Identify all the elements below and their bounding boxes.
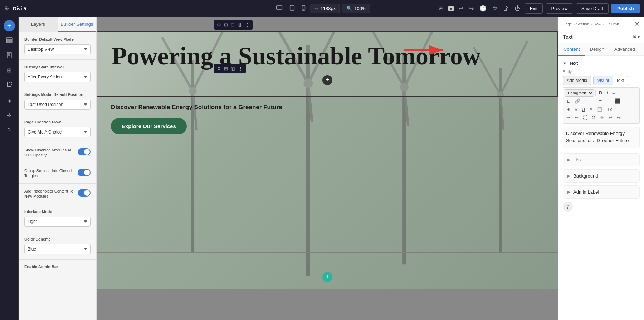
content-tab[interactable]: Content bbox=[558, 43, 585, 56]
align-center-btn[interactable]: ≡ bbox=[597, 97, 604, 105]
hero-section: Powering a Sustainable Tomorrow + Discov… bbox=[97, 31, 558, 289]
module-toolbar-inner: ⚙ ⊞ 🗑 ⋮ bbox=[214, 64, 246, 73]
modules-icon-btn[interactable]: ◈ bbox=[3, 94, 16, 107]
section-more-btn[interactable]: ⋮ bbox=[244, 21, 250, 28]
admin-label-collapsible-header[interactable]: ▶ Admin Label bbox=[563, 186, 639, 198]
tablet-view-btn[interactable] bbox=[288, 4, 297, 13]
align-left-btn[interactable]: ⬚ bbox=[589, 97, 596, 105]
strikethrough-btn[interactable]: S̶ bbox=[573, 106, 579, 113]
ol-btn[interactable]: 1. bbox=[565, 97, 572, 105]
group-settings-toggle[interactable] bbox=[78, 169, 91, 176]
more-tab-btn[interactable]: ⌄ bbox=[640, 43, 644, 55]
close-panel-btn[interactable]: ✕ bbox=[634, 20, 640, 28]
row-settings-btn[interactable]: ⚙ bbox=[216, 65, 222, 72]
history-interval-select[interactable]: After Every Action Every 5 Minutes bbox=[24, 72, 91, 82]
visual-text-toggle: Visual Text bbox=[593, 76, 628, 85]
link-collapsible-header[interactable]: ▶ Link bbox=[563, 154, 639, 166]
placeholder-content-toggle[interactable] bbox=[78, 189, 91, 197]
media-icon-btn[interactable]: 🖼 bbox=[3, 79, 16, 92]
gear-icon-btn[interactable]: ⚙ bbox=[4, 5, 9, 12]
section-delete-btn[interactable]: 🗑 bbox=[237, 21, 243, 28]
annotation-arrow bbox=[404, 43, 447, 59]
undo-editor-btn[interactable]: ↩ bbox=[607, 114, 614, 121]
add-media-btn[interactable]: Add Media bbox=[563, 76, 591, 85]
publish-button[interactable]: Publish bbox=[611, 4, 640, 13]
paragraph-select[interactable]: ParagraphH1H2H3 bbox=[565, 89, 594, 97]
link-btn[interactable]: 🔗 bbox=[573, 97, 582, 105]
grid-icon-btn[interactable]: ⊞ bbox=[3, 64, 16, 77]
section-settings-btn[interactable]: ⚙ bbox=[216, 21, 222, 28]
text-mode-btn[interactable]: Text bbox=[613, 76, 628, 85]
desktop-view-btn[interactable] bbox=[274, 4, 285, 13]
trash-btn[interactable]: 🗑 bbox=[502, 4, 510, 13]
bold-btn[interactable]: B bbox=[597, 89, 604, 97]
clear-btn[interactable]: Tx bbox=[605, 106, 614, 113]
help-btn[interactable]: ? bbox=[563, 202, 573, 212]
fullscreen-btn[interactable]: ⛶ bbox=[581, 114, 589, 121]
cursor-icon-btn[interactable]: ✛ bbox=[3, 109, 16, 122]
special-char-btn[interactable]: Ω bbox=[590, 114, 597, 121]
builder-settings-tab[interactable]: Builder Settings bbox=[58, 17, 97, 32]
disabled-modules-toggle[interactable] bbox=[78, 148, 91, 155]
quote-btn[interactable]: " bbox=[583, 97, 588, 105]
visual-mode-btn[interactable]: Visual bbox=[594, 76, 612, 85]
row-more-btn[interactable]: ⋮ bbox=[238, 65, 244, 72]
interface-mode-select[interactable]: Light Dark bbox=[24, 217, 91, 227]
settings-modal-select[interactable]: Last Used Position Center bbox=[24, 100, 91, 110]
add-section-btn[interactable]: + bbox=[322, 272, 332, 282]
sun-icon-btn[interactable]: ☀ bbox=[437, 4, 445, 13]
selected-text-module[interactable]: Powering a Sustainable Tomorrow + bbox=[97, 31, 558, 97]
indent-btn[interactable]: ⇥ bbox=[565, 114, 572, 121]
pages-icon-btn[interactable] bbox=[3, 49, 16, 62]
canvas-area[interactable]: ⚙ ⊞ ⊟ 🗑 ⋮ ⚙ ⊞ 🗑 ⋮ bbox=[97, 17, 558, 320]
wysiwyg-row-4: ⇥ ⇤ ⛶ Ω ☺ ↩ ↪ bbox=[565, 114, 638, 121]
redo-editor-btn[interactable]: ↪ bbox=[615, 114, 623, 121]
theme-toggle-btn[interactable]: ● bbox=[448, 6, 454, 11]
italic-btn[interactable]: I bbox=[605, 89, 610, 97]
module-toolbar-top: ⚙ ⊞ ⊟ 🗑 ⋮ bbox=[214, 20, 253, 30]
color-scheme-label: Color Scheme bbox=[24, 237, 91, 241]
mobile-view-btn[interactable] bbox=[300, 4, 308, 13]
list-btn[interactable]: ≡ bbox=[610, 89, 617, 97]
align-justify-btn[interactable]: ⬛ bbox=[613, 97, 622, 105]
paste-btn[interactable]: 📋 bbox=[595, 106, 604, 113]
page-creation-select[interactable]: Give Me A Choice Start From Scratch bbox=[24, 127, 91, 137]
default-view-select[interactable]: Desktop View Tablet View Mobile View bbox=[24, 44, 91, 54]
zoom-display[interactable]: 🔍 100% bbox=[342, 4, 370, 13]
svg-rect-9 bbox=[6, 41, 12, 43]
design-tab[interactable]: Design bbox=[585, 43, 609, 56]
section-grid-btn[interactable]: ⊟ bbox=[230, 21, 235, 28]
advanced-tab[interactable]: Advanced bbox=[609, 43, 640, 56]
undo-btn[interactable]: ↩ bbox=[457, 4, 465, 13]
row-delete-btn[interactable]: 🗑 bbox=[230, 65, 236, 72]
underline-btn[interactable]: U bbox=[580, 106, 587, 113]
topbar-left: ⚙ Divi 5 bbox=[4, 5, 26, 12]
background-collapsible-header[interactable]: ▶ Background bbox=[563, 170, 639, 182]
redo-btn[interactable]: ↪ bbox=[468, 4, 475, 13]
table-btn[interactable]: ⊞ bbox=[565, 106, 572, 113]
link-label: Link bbox=[573, 157, 582, 163]
preview-button[interactable]: Preview bbox=[546, 3, 573, 14]
layers-icon-btn[interactable] bbox=[3, 34, 16, 47]
power-btn[interactable]: ⏻ bbox=[513, 4, 522, 13]
section-duplicate-btn[interactable]: ⊞ bbox=[223, 21, 229, 28]
exit-button[interactable]: Exit bbox=[525, 3, 543, 14]
outdent-btn[interactable]: ⇤ bbox=[573, 114, 580, 121]
layers-tab[interactable]: Layers bbox=[19, 17, 58, 32]
color-scheme-select[interactable]: Blue Green Purple bbox=[24, 244, 91, 254]
align-right-btn[interactable]: ⬚ bbox=[604, 97, 612, 105]
text-section-header: ▼ Text bbox=[563, 60, 640, 66]
help-icon-btn[interactable]: ? bbox=[3, 124, 16, 137]
row-duplicate-btn[interactable]: ⊞ bbox=[223, 65, 229, 72]
width-display[interactable]: ⇔ 1188px bbox=[311, 4, 340, 13]
font-color-btn[interactable]: A bbox=[587, 106, 594, 113]
history-btn[interactable]: 🕐 bbox=[478, 4, 488, 13]
placeholder-content-section: Add Placeholder Content To New Modules bbox=[19, 184, 96, 204]
add-element-btn[interactable]: + bbox=[4, 20, 15, 31]
save-draft-button[interactable]: Save Draft bbox=[576, 3, 609, 14]
settings-btn[interactable]: ⚖ bbox=[491, 4, 499, 13]
add-row-btn[interactable]: + bbox=[322, 75, 332, 85]
content-text-area[interactable]: Discover Renewable Energy Solutions for … bbox=[563, 127, 640, 148]
explore-services-btn[interactable]: Explore Our Services bbox=[111, 118, 187, 134]
emoji-btn[interactable]: ☺ bbox=[598, 114, 606, 121]
